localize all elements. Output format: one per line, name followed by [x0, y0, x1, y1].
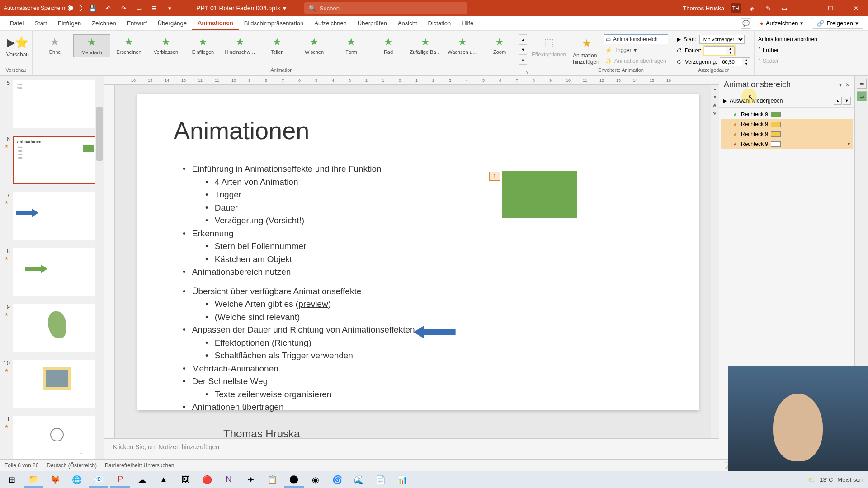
diamond-icon[interactable]: ◈	[747, 3, 757, 13]
slide-title[interactable]: Animationen	[174, 117, 663, 145]
tab-ansicht[interactable]: Ansicht	[392, 17, 423, 29]
maximize-button[interactable]: ☐	[821, 0, 840, 16]
blue-arrow-shape[interactable]	[413, 326, 456, 338]
taskbar-chrome[interactable]: 🌐	[67, 472, 87, 488]
trigger-button[interactable]: ⚡ Trigger ▾	[604, 45, 668, 55]
user-avatar[interactable]: TH	[731, 3, 741, 13]
anim-mehrfach[interactable]: ★Mehrfach	[73, 34, 110, 57]
taskbar-app-3[interactable]: 🔴	[197, 472, 217, 488]
taskbar-firefox[interactable]: 🦊	[45, 472, 65, 488]
slide-thumbnails-panel[interactable]: 5· text· text6★Animationen· line· line· …	[0, 76, 104, 459]
slide-thumbnail-10[interactable]: 10★	[0, 356, 104, 412]
tab-datei[interactable]: Datei	[5, 17, 29, 29]
taskbar-app-8[interactable]: 📊	[392, 472, 412, 488]
gallery-scroll-up[interactable]: ▲	[519, 35, 527, 45]
taskbar-app-5[interactable]: ◉	[306, 472, 326, 488]
undo-icon[interactable]: ↶	[103, 3, 113, 13]
next-slide-icon[interactable]: ⮟	[711, 109, 719, 117]
tab-zeichnen[interactable]: Zeichnen	[86, 17, 121, 29]
anim-zoom[interactable]: ★Zoom	[481, 34, 518, 56]
minimize-button[interactable]: —	[796, 0, 815, 16]
slide-thumbnail-6[interactable]: 6★Animationen· line· line· line· line	[0, 132, 104, 188]
vorschau-button[interactable]: ▶⭐ Vorschau	[4, 33, 32, 58]
taskbar-telegram[interactable]: ✈	[241, 472, 260, 488]
slide-thumbnail-7[interactable]: 7★	[0, 188, 104, 244]
tab-uebergaenge[interactable]: Übergänge	[152, 17, 192, 29]
slide-counter[interactable]: Folie 6 von 26	[5, 462, 38, 469]
language-status[interactable]: Deutsch (Österreich)	[47, 462, 97, 469]
search-box[interactable]: 🔍 Suchen	[304, 2, 467, 14]
anim-zufaellige-balken[interactable]: ★Zufällige Ba…	[407, 34, 444, 56]
taskbar-explorer[interactable]: 📁	[24, 472, 43, 488]
animpane-close-icon[interactable]: ✕	[845, 82, 850, 88]
play-selection-label[interactable]: Auswahl wiedergeben	[730, 98, 783, 104]
aufzeichnen-button[interactable]: Aufzeichnen ▾	[756, 18, 807, 29]
notes-pane[interactable]: Klicken Sie, um Notizen hinzuzufügen	[104, 438, 719, 459]
sidestrip-button-1[interactable]: ▭	[857, 79, 867, 89]
dauer-spinbox[interactable]: ▲▼	[704, 46, 735, 55]
tab-bildschirmpraesentation[interactable]: Bildschirmpräsentation	[239, 17, 309, 29]
sidestrip-button-2[interactable]: ▭	[857, 91, 867, 101]
slide-thumbnail-9[interactable]: 9★	[0, 300, 104, 356]
animpane-item-3[interactable]: ★Rechteck 9▼	[721, 139, 853, 149]
tab-einfuegen[interactable]: Einfügen	[52, 17, 86, 29]
anim-ohne[interactable]: ★Ohne	[36, 34, 73, 56]
tab-entwurf[interactable]: Entwurf	[122, 17, 152, 29]
animpane-options-icon[interactable]: ▾	[839, 82, 842, 88]
slide-body[interactable]: Einführung in Animationseffekte und ihre…	[174, 163, 663, 414]
start-select[interactable]: Mit Vorheriger	[699, 35, 745, 44]
slide-thumbnail-8[interactable]: 8★	[0, 244, 104, 300]
weather-icon[interactable]: ⛅	[808, 476, 815, 483]
animation-hinzufuegen-button[interactable]: ★ Animation hinzufügen	[573, 33, 601, 66]
tab-dictation[interactable]: Dictation	[423, 17, 457, 29]
gallery-scroll-down[interactable]: ▼	[519, 45, 527, 55]
verzoegerung-spinbox[interactable]: ▲▼	[720, 57, 750, 66]
taskbar-app-2[interactable]: 🖼	[175, 472, 195, 488]
user-name[interactable]: Thomas Hruska	[683, 5, 724, 12]
present-from-start-icon[interactable]: ▭	[134, 3, 144, 13]
anim-einfliegen[interactable]: ★Einfliegen	[184, 34, 222, 56]
verzoegerung-input[interactable]	[720, 58, 742, 66]
taskbar-onenote[interactable]: N	[219, 472, 239, 488]
autosave-toggle[interactable]	[68, 5, 82, 11]
play-icon[interactable]: ▶	[723, 98, 727, 104]
scroll-up-icon[interactable]: ▲	[711, 85, 719, 93]
touch-mode-icon[interactable]: ☰	[149, 3, 159, 13]
prev-slide-icon[interactable]: ⮝	[711, 101, 719, 109]
dauer-down[interactable]: ▼	[726, 51, 734, 55]
redo-icon[interactable]: ↷	[118, 3, 128, 13]
accessibility-status[interactable]: Barrierefreiheit: Untersuchen	[105, 462, 174, 469]
thumbnails-scrollbar[interactable]	[95, 76, 104, 459]
anim-rad[interactable]: ★Rad	[370, 34, 407, 56]
slide-canvas[interactable]: Animationen Einführung in Animationseffe…	[137, 94, 699, 410]
slide-author[interactable]: Thomas Hruska	[174, 427, 663, 440]
scroll-down-icon[interactable]: ▼	[711, 93, 719, 101]
verz-down[interactable]: ▼	[742, 62, 750, 66]
window-options-icon[interactable]: ▭	[779, 3, 789, 13]
tab-ueberpruefen[interactable]: Überprüfen	[352, 17, 392, 29]
taskbar-outlook[interactable]: 📧	[89, 472, 108, 488]
taskbar-app-4[interactable]: 📋	[262, 472, 282, 488]
taskbar-powerpoint[interactable]: P	[110, 472, 130, 488]
qat-more-icon[interactable]: ▾	[165, 3, 175, 13]
slide-thumbnail-5[interactable]: 5· text· text	[0, 76, 104, 132]
anim-hineinschweben[interactable]: ★Hineinschw…	[222, 34, 259, 56]
editor-vertical-scrollbar[interactable]: ▲ ▼ ⮝ ⮟	[711, 85, 719, 438]
animation-number-tag[interactable]: 1	[489, 172, 500, 181]
tab-aufzeichnen[interactable]: Aufzeichnen	[309, 17, 352, 29]
save-icon[interactable]: 💾	[88, 3, 98, 13]
verz-up[interactable]: ▲	[742, 58, 750, 62]
dauer-up[interactable]: ▲	[726, 47, 734, 51]
taskbar-app-1[interactable]: ☁	[132, 472, 152, 488]
green-rectangle-shape[interactable]	[502, 171, 577, 218]
close-button[interactable]: ✕	[846, 0, 865, 16]
freigeben-button[interactable]: 🔗 Freigeben ▾	[812, 18, 863, 29]
animpane-item-0[interactable]: 1★Rechteck 9	[721, 109, 853, 119]
animpane-item-1[interactable]: ★Rechteck 9	[721, 119, 853, 129]
anim-wachsen[interactable]: ★Wachsen u…	[444, 34, 481, 56]
pen-icon[interactable]: ✎	[763, 3, 773, 13]
move-down-button[interactable]: ▼	[843, 97, 851, 105]
anim-form[interactable]: ★Form	[333, 34, 370, 56]
tab-animationen[interactable]: Animationen	[192, 17, 239, 30]
animation-group-launcher[interactable]: ↘	[525, 70, 529, 75]
